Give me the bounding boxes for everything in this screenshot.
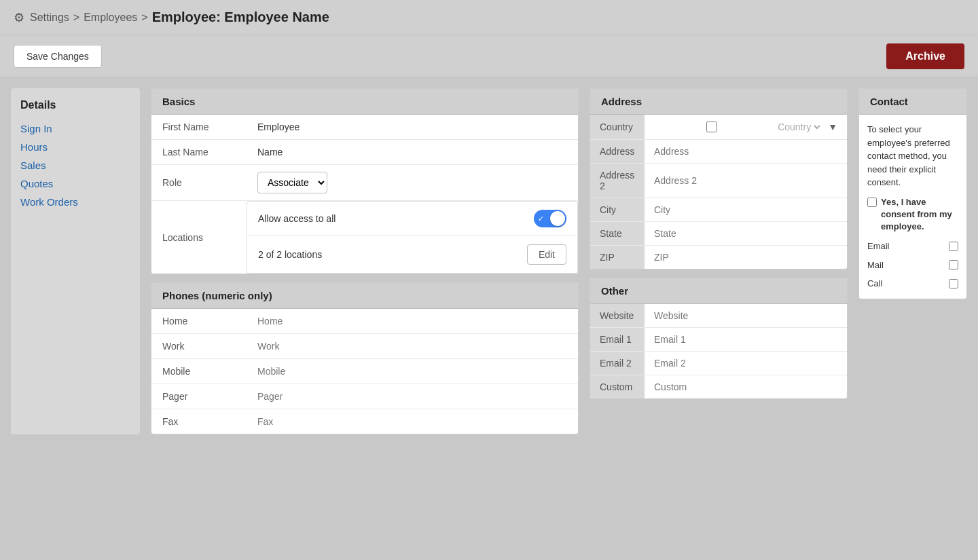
address-address-row: Address — [590, 140, 847, 164]
phone-fax-row: Fax — [151, 409, 578, 434]
other-email2-row: Email 2 — [590, 352, 847, 375]
other-custom-input[interactable] — [654, 381, 837, 392]
toolbar: Save Changes Archive — [0, 35, 978, 77]
contact-mail-checkbox[interactable] — [949, 260, 958, 269]
address-state-row: State — [590, 222, 847, 246]
contact-call-checkbox[interactable] — [949, 279, 958, 288]
other-table: Website Email 1 Email 2 Custom — [590, 304, 847, 398]
locations-count: 2 of 2 locations — [258, 249, 322, 260]
breadcrumb-current: Employee: Employee Name — [152, 10, 329, 25]
allow-access-toggle[interactable]: ✓ — [534, 210, 566, 227]
consent-checkbox[interactable] — [867, 198, 877, 207]
other-custom-row: Custom — [590, 375, 847, 399]
other-website-label: Website — [590, 304, 645, 328]
phone-work-row: Work — [151, 334, 578, 359]
basics-section: Basics First Name Employee Last Name Nam… — [151, 88, 579, 274]
last-name-label: Last Name — [151, 140, 247, 165]
address-address2-row: Address 2 — [590, 164, 847, 198]
phone-mobile-label: Mobile — [151, 359, 247, 384]
toggle-check-icon: ✓ — [538, 214, 544, 223]
address-table: Country Country ▼ Address — [590, 115, 847, 269]
other-email1-row: Email 1 — [590, 328, 847, 352]
phone-home-input[interactable] — [257, 316, 567, 326]
address-address-input[interactable] — [654, 146, 837, 157]
breadcrumb-sep2: > — [141, 12, 147, 24]
other-website-input[interactable] — [654, 310, 837, 321]
phone-pager-input[interactable] — [257, 391, 567, 402]
phone-home-row: Home — [151, 309, 578, 334]
breadcrumb: Settings > Employees > Employee: Employe… — [30, 10, 329, 25]
first-name-value: Employee — [247, 115, 578, 140]
address-address2-label: Address 2 — [590, 164, 645, 198]
sidebar-item-quotes[interactable]: Quotes — [20, 174, 130, 193]
other-website-row: Website — [590, 304, 847, 328]
contact-email-checkbox[interactable] — [949, 242, 958, 251]
phone-mobile-row: Mobile — [151, 359, 578, 384]
contact-body: To select your employee's preferred cont… — [859, 115, 966, 299]
country-row: Country ▼ — [654, 121, 837, 133]
other-custom-label: Custom — [590, 375, 645, 399]
phone-fax-input[interactable] — [257, 416, 567, 427]
phones-section: Phones (numeric only) Home Work Mobile P… — [151, 282, 579, 434]
breadcrumb-settings[interactable]: Settings — [30, 12, 69, 24]
address-country-label: Country — [590, 115, 645, 140]
contact-box: Contact To select your employee's prefer… — [858, 88, 967, 299]
address-state-input[interactable] — [654, 228, 837, 239]
sidebar-item-work-orders[interactable]: Work Orders — [20, 193, 130, 211]
locations-row: Locations Allow access to all ✓ — [151, 201, 578, 274]
consent-label: Yes, I have consent from my employee. — [881, 196, 958, 234]
sidebar: Details Sign In Hours Sales Quotes Work … — [11, 88, 140, 434]
phones-table: Home Work Mobile Pager Fax — [151, 309, 578, 434]
save-changes-button[interactable]: Save Changes — [14, 45, 102, 68]
sidebar-nav: Sign In Hours Sales Quotes Work Orders — [20, 119, 130, 211]
sidebar-item-sign-in[interactable]: Sign In — [20, 119, 130, 138]
address-city-label: City — [590, 198, 645, 222]
phone-mobile-input[interactable] — [257, 366, 567, 377]
phone-pager-row: Pager — [151, 384, 578, 409]
edit-locations-button[interactable]: Edit — [527, 244, 566, 265]
phone-fax-label: Fax — [151, 409, 247, 434]
country-checkbox[interactable] — [654, 122, 769, 132]
address-address-label: Address — [590, 140, 645, 164]
address-zip-input[interactable] — [654, 252, 837, 263]
contact-call-label: Call — [867, 277, 882, 291]
address-zip-label: ZIP — [590, 246, 645, 269]
sidebar-item-sales[interactable]: Sales — [20, 156, 130, 174]
first-name-row: First Name Employee — [151, 115, 578, 140]
phones-header: Phones (numeric only) — [151, 283, 578, 309]
contact-option-email: Email — [867, 240, 958, 253]
contact-email-label: Email — [867, 240, 890, 253]
contact-header: Contact — [859, 89, 966, 115]
other-email2-input[interactable] — [654, 358, 837, 369]
role-row: Role Associate Manager Admin — [151, 165, 578, 201]
role-select[interactable]: Associate Manager Admin — [257, 172, 327, 193]
other-section: Other Website Email 1 Email 2 Custom — [590, 278, 848, 399]
address-state-label: State — [590, 222, 645, 246]
archive-button[interactable]: Archive — [886, 43, 964, 69]
phone-pager-label: Pager — [151, 384, 247, 409]
locations-panel: Allow access to all ✓ 2 of 2 locations E… — [247, 201, 578, 274]
address-city-input[interactable] — [654, 204, 837, 215]
sidebar-item-hours[interactable]: Hours — [20, 138, 130, 156]
locations-allow-row: Allow access to all ✓ — [247, 202, 577, 236]
contact-consent-row: Yes, I have consent from my employee. — [867, 196, 958, 234]
other-email1-label: Email 1 — [590, 328, 645, 352]
contact-option-call: Call — [867, 277, 958, 291]
address-city-row: City — [590, 198, 847, 222]
breadcrumb-employees[interactable]: Employees — [84, 12, 137, 24]
country-dropdown-icon: ▼ — [828, 122, 837, 132]
contact-options: Email Mail Call — [867, 240, 958, 291]
breadcrumb-sep1: > — [73, 12, 79, 24]
contact-mail-label: Mail — [867, 259, 884, 272]
address-address2-input[interactable] — [654, 175, 837, 186]
other-email1-input[interactable] — [654, 334, 837, 345]
sidebar-title: Details — [20, 99, 130, 111]
phone-home-label: Home — [151, 309, 247, 334]
locations-label: Locations — [151, 201, 247, 274]
phone-work-label: Work — [151, 334, 247, 359]
phone-work-input[interactable] — [257, 341, 567, 352]
other-email2-label: Email 2 — [590, 352, 645, 375]
role-label: Role — [151, 165, 247, 201]
contact-option-mail: Mail — [867, 259, 958, 272]
country-select[interactable]: Country — [775, 121, 822, 133]
